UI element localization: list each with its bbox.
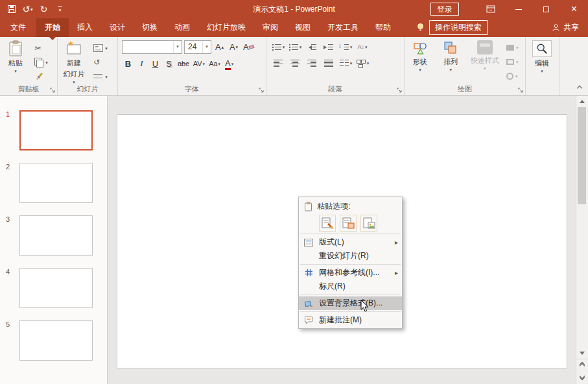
reset-slide-button[interactable]: ↺ (91, 55, 110, 69)
font-size-combo[interactable]: 24 ▾ (184, 40, 211, 54)
paragraph-dialog-launcher[interactable] (397, 88, 403, 93)
font-dialog-launcher[interactable] (259, 88, 265, 93)
line-spacing-button[interactable]: ↕▾ (338, 40, 353, 54)
scroll-up-button[interactable] (576, 96, 588, 106)
increase-font-button[interactable]: A▴ (213, 40, 226, 54)
previous-slide-button[interactable] (576, 359, 588, 370)
slide-layout-button[interactable]: ▾ (91, 41, 110, 55)
close-button[interactable]: × (560, 0, 588, 18)
vertical-scrollbar[interactable] (576, 96, 588, 384)
scrollbar-thumb[interactable] (578, 107, 586, 204)
align-left-button[interactable] (270, 56, 286, 70)
align-center-button[interactable] (287, 56, 303, 70)
customize-qat-button[interactable]: ▾ (52, 1, 68, 18)
collapse-ribbon-button[interactable] (575, 84, 584, 92)
tab-slideshow[interactable]: 幻灯片放映 (198, 18, 254, 37)
save-button[interactable] (3, 1, 19, 18)
menu-item-new-comment[interactable]: 新建批注(M) (299, 313, 402, 327)
tell-me-search[interactable]: 操作说明搜索 (429, 20, 488, 35)
slide-1-thumbnail[interactable] (19, 110, 93, 150)
quick-styles-icon (477, 40, 493, 54)
font-color-button[interactable]: A▾ (223, 57, 235, 71)
slide-4-thumbnail[interactable] (19, 268, 93, 308)
copy-button[interactable]: ▾ (32, 55, 51, 69)
text-direction-button[interactable]: A↓▾ (355, 40, 370, 54)
menu-item-grid-and-guides[interactable]: 网格和参考线(I)... ▸ (299, 266, 402, 280)
numbering-button[interactable]: ▾ (287, 40, 303, 54)
paste-keep-source-icon (321, 217, 334, 230)
bullets-button[interactable]: ▾ (270, 40, 286, 54)
convert-smartart-button[interactable]: ▾ (355, 56, 370, 70)
clear-formatting-button[interactable]: A (242, 40, 255, 54)
justify-button[interactable] (321, 56, 336, 70)
font-name-combo[interactable]: ▾ (122, 40, 182, 54)
paste-keep-source-formatting-button[interactable] (319, 215, 336, 232)
shape-effects-button[interactable]: ▾ (504, 71, 521, 82)
shape-outline-button[interactable]: ▾ (504, 56, 521, 67)
tab-animations[interactable]: 动画 (166, 18, 198, 37)
quick-styles-button[interactable]: 快速样式 ▾ (467, 37, 502, 85)
scroll-down-button[interactable] (576, 348, 588, 358)
paste-use-destination-theme-button[interactable] (340, 215, 357, 232)
font-size-dropdown-icon[interactable]: ▾ (202, 41, 211, 53)
ribbon: 粘贴 ▾ ✂ ▾ 剪贴板 新建 幻灯片 ▾ ▾ ↺ (0, 37, 588, 96)
maximize-button[interactable] (532, 0, 560, 18)
tell-me: 操作说明搜索 (416, 18, 488, 37)
arrange-button[interactable]: 排列 ▾ (436, 37, 465, 85)
tab-home[interactable]: 开始 (36, 18, 69, 37)
sign-in-button[interactable]: 登录 (430, 3, 459, 16)
tab-help[interactable]: 帮助 (367, 18, 399, 37)
tab-developer[interactable]: 开发工具 (319, 18, 367, 37)
change-case-button[interactable]: Aa▾ (207, 57, 222, 71)
new-slide-button[interactable]: 新建 幻灯片 ▾ (59, 37, 89, 85)
menu-item-ruler[interactable]: 标尺(R) (299, 280, 402, 293)
tab-transitions[interactable]: 切换 (134, 18, 166, 37)
context-menu: 粘贴选项: 版式(L) ▸ 重设幻灯片(R) 网格和参考线(I)... ▸ (298, 197, 403, 329)
drawing-dialog-launcher[interactable] (518, 88, 524, 93)
clipboard-dialog-launcher[interactable] (50, 88, 56, 93)
underline-button[interactable]: U (149, 57, 161, 71)
tab-file[interactable]: 文件 (0, 18, 36, 37)
section-icon (93, 73, 103, 80)
clipboard-minicol: ✂ ▾ (32, 37, 51, 84)
new-slide-label-line1: 新建 (67, 58, 81, 68)
menu-item-reset-slide[interactable]: 重设幻灯片(R) (299, 249, 402, 263)
minimize-button[interactable] (504, 0, 532, 18)
editing-button[interactable]: 编辑 ▾ (527, 37, 557, 85)
text-shadow-button[interactable]: S (163, 57, 175, 71)
menu-item-format-background[interactable]: 设置背景格式(B)... (299, 296, 402, 310)
slide-3-thumbnail[interactable] (19, 215, 93, 256)
format-painter-button[interactable] (32, 69, 51, 84)
section-button[interactable]: ▾ (91, 69, 110, 84)
paste-button[interactable]: 粘贴 ▾ (1, 37, 30, 85)
columns-button[interactable]: ▾ (338, 56, 353, 70)
shapes-button[interactable]: 形状 ▾ (406, 37, 434, 85)
decrease-font-button[interactable]: A▾ (228, 40, 240, 54)
increase-indent-button[interactable] (321, 40, 336, 54)
paste-as-picture-button[interactable] (360, 215, 377, 232)
strikethrough-button[interactable]: abc (176, 57, 191, 71)
font-group: ▾ 24 ▾ A▴ A▾ A B I U S abc AV▾ Aa▾ A▾ (118, 37, 266, 95)
cut-button[interactable]: ✂ (32, 41, 51, 55)
shape-fill-button[interactable]: ▾ (504, 42, 521, 53)
ribbon-display-options-button[interactable] (476, 0, 504, 18)
next-slide-button[interactable] (576, 371, 588, 383)
tab-design[interactable]: 设计 (101, 18, 134, 37)
share-button[interactable]: 共享 (543, 18, 588, 37)
italic-button[interactable]: I (135, 57, 148, 71)
decrease-indent-button[interactable] (304, 40, 320, 54)
font-row-2: B I U S abc AV▾ Aa▾ A▾ (122, 56, 263, 71)
bold-button[interactable]: B (122, 57, 134, 71)
slide-5-thumbnail[interactable] (19, 320, 93, 361)
menu-item-layout[interactable]: 版式(L) ▸ (299, 235, 402, 249)
align-right-button[interactable] (304, 56, 320, 70)
double-chevron-down-icon (580, 374, 584, 379)
tab-review[interactable]: 审阅 (254, 18, 287, 37)
character-spacing-button[interactable]: AV▾ (192, 57, 206, 71)
font-name-dropdown-icon[interactable]: ▾ (173, 41, 182, 53)
tab-view[interactable]: 视图 (287, 18, 319, 37)
undo-button[interactable]: ↺ ▾ (19, 1, 36, 18)
tab-insert[interactable]: 插入 (69, 18, 101, 37)
redo-button[interactable]: ↻ (36, 1, 52, 18)
slide-2-thumbnail[interactable] (19, 163, 93, 203)
